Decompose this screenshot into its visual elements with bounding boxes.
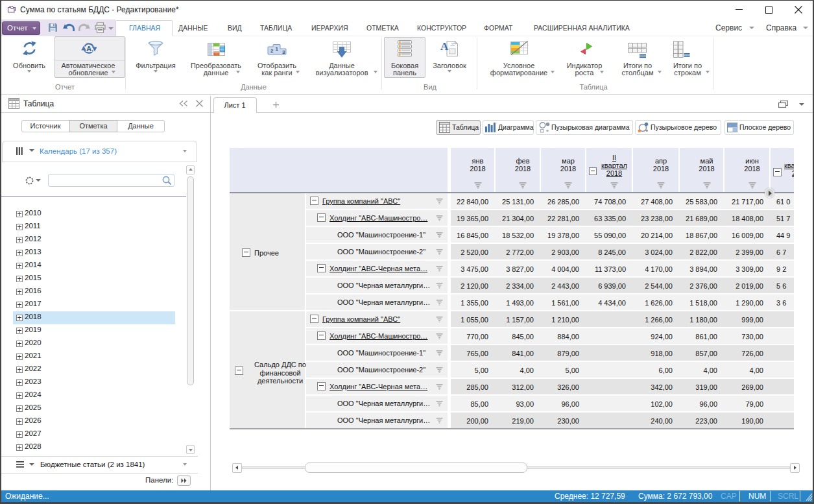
svg-text:A: A [440, 40, 449, 53]
svg-text:3: 3 [282, 49, 285, 55]
svg-text:1: 1 [276, 46, 279, 52]
svg-text:A: A [86, 45, 91, 53]
svg-text:2: 2 [270, 48, 274, 54]
